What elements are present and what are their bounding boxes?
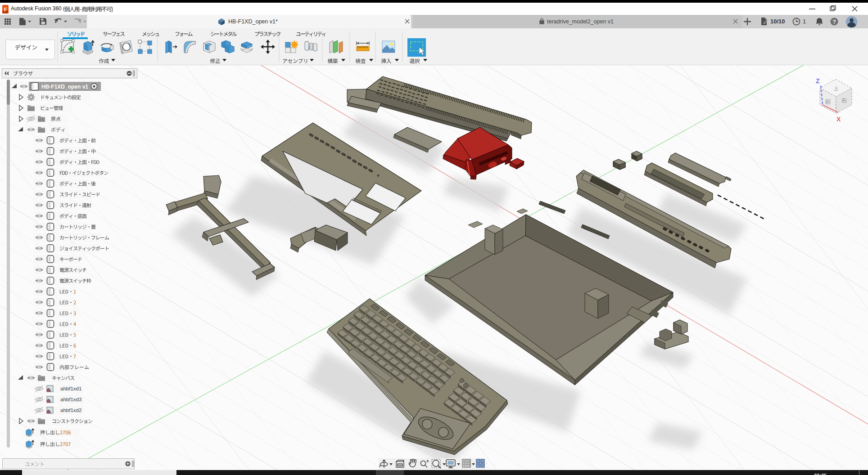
svg-text:ahbf1xd3: ahbf1xd3 [60,397,81,402]
svg-text:ahbf1xd1: ahbf1xd1 [60,386,81,391]
svg-text:ahbf1xd2: ahbf1xd2 [60,408,81,413]
svg-text:HB-F1XD_open v1: HB-F1XD_open v1 [41,84,88,90]
svg-text:X: X [836,116,841,123]
svg-text:Z: Z [816,77,820,85]
